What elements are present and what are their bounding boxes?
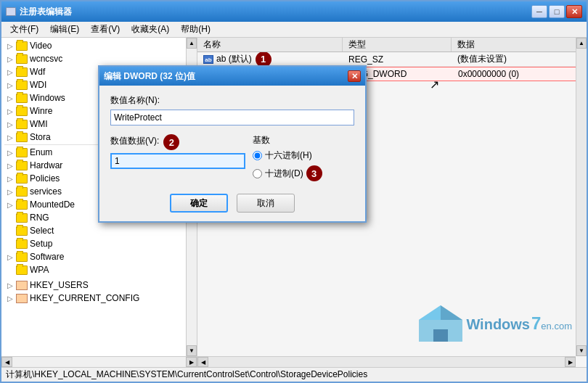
folder-icon-hkey-current-config	[16, 294, 28, 303]
col-header-data: 数据	[452, 38, 587, 52]
menu-help[interactable]: 帮助(H)	[175, 22, 216, 37]
tree-label-wdi: WDI	[30, 80, 46, 90]
radio-dec-label: 十进制(D)	[265, 168, 303, 180]
folder-icon-wpa	[16, 265, 28, 275]
expander-wcncsvc[interactable]: ▷	[4, 53, 16, 65]
dialog-cancel-button[interactable]: 取消	[237, 194, 295, 213]
expander-wpa[interactable]	[4, 264, 16, 276]
dialog-value-input[interactable]	[110, 153, 245, 169]
expander-hkey-users[interactable]: ▷	[4, 279, 16, 291]
tree-label-select: Select	[30, 226, 54, 236]
hscroll-left[interactable]: ◀	[1, 357, 12, 367]
dialog-title-text: 编辑 DWORD (32 位)值	[104, 70, 348, 83]
right-hscroll-right[interactable]: ▶	[565, 357, 576, 367]
app-icon	[6, 7, 16, 16]
folder-icon-hkey-users	[16, 281, 28, 290]
icon-sz-default: ab	[203, 55, 213, 64]
tree-label-winre: Winre	[30, 106, 52, 116]
right-vscroll-down[interactable]: ▼	[576, 345, 587, 356]
expander-wmi[interactable]: ▷	[4, 118, 16, 130]
expander-wdi[interactable]: ▷	[4, 79, 16, 91]
menu-view[interactable]: 查看(V)	[85, 22, 126, 37]
title-bar: 注册表编辑器 ─ □ ✕	[1, 1, 587, 22]
expander-hkey-current-config[interactable]: ▷	[4, 292, 16, 304]
expander-video[interactable]: ▷	[4, 40, 16, 52]
svg-marker-2	[441, 305, 462, 320]
tree-label-windows: Windows	[30, 93, 65, 103]
expander-stora[interactable]: ▷	[4, 131, 16, 143]
expander-rng[interactable]	[4, 212, 16, 223]
windows7-brand: Windows	[466, 316, 530, 333]
expander-wdf[interactable]: ▷	[4, 66, 16, 78]
expander-hardware[interactable]: ▷	[4, 160, 16, 171]
cell-type-default: REG_SZ	[343, 54, 452, 65]
hscroll-right[interactable]: ▶	[186, 357, 197, 367]
status-bar: 计算机\HKEY_LOCAL_MACHINE\SYSTEM\CurrentCon…	[1, 367, 587, 382]
windows7-watermark: Windows 7 en .com	[415, 302, 572, 345]
minimize-button[interactable]: ─	[531, 5, 547, 18]
tree-item-setup[interactable]: Setup	[3, 237, 195, 250]
expander-windows[interactable]: ▷	[4, 92, 16, 104]
dialog-value-label-row: 数值数据(V): 2	[110, 134, 245, 150]
tree-item-hkey-users[interactable]: ▷ HKEY_USERS	[3, 279, 195, 292]
menu-edit[interactable]: 编辑(E)	[44, 22, 85, 37]
tree-label-wmi: WMI	[30, 119, 48, 129]
radio-dec-option[interactable]: 十进制(D) 3	[253, 165, 354, 181]
expander-enum[interactable]: ▷	[4, 147, 16, 158]
dialog-ok-button[interactable]: 确定	[170, 194, 228, 213]
tree-item-software[interactable]: ▷ Software	[3, 250, 195, 263]
dialog-title-bar: 编辑 DWORD (32 位)值 ✕	[99, 67, 365, 86]
expander-winre[interactable]: ▷	[4, 105, 16, 117]
close-button[interactable]: ✕	[566, 5, 582, 18]
expander-setup[interactable]	[4, 238, 16, 250]
folder-icon-rng	[16, 213, 28, 223]
tree-item-video[interactable]: ▷ Video	[3, 39, 195, 52]
windows7-title-line: Windows 7 en .com	[466, 313, 572, 334]
dialog-value-section: 数值数据(V): 2	[110, 134, 245, 185]
dialog-value-label: 数值数据(V):	[110, 135, 159, 147]
maximize-button[interactable]: □	[549, 5, 565, 18]
tree-item-select[interactable]: Select	[3, 224, 195, 237]
tree-item-wpa[interactable]: WPA	[3, 263, 195, 276]
tree-label-stora: Stora	[30, 132, 51, 142]
expander-policies[interactable]: ▷	[4, 173, 16, 184]
expander-mountedde[interactable]: ▷	[4, 199, 16, 210]
right-vscroll-up[interactable]: ▲	[576, 38, 587, 49]
window-title: 注册表编辑器	[20, 6, 531, 18]
expander-software[interactable]: ▷	[4, 251, 16, 263]
table-header: 名称 类型 数据	[197, 38, 587, 52]
radio-hex[interactable]	[253, 151, 262, 160]
menu-bar: 文件(F) 编辑(E) 查看(V) 收藏夹(A) 帮助(H)	[1, 22, 587, 38]
tree-item-wcncsvc[interactable]: ▷ wcncsvc	[3, 52, 195, 65]
dialog-body: 数值名称(N): 数值数据(V): 2 基数 十六进制(H) 十进制(D)	[99, 86, 365, 221]
radio-dec[interactable]	[253, 169, 262, 178]
folder-icon-setup	[16, 239, 28, 249]
folder-icon-wdi	[16, 81, 28, 90]
tree-hscroll[interactable]: ◀ ▶	[1, 356, 197, 367]
expander-services[interactable]: ▷	[4, 186, 16, 197]
status-text: 计算机\HKEY_LOCAL_MACHINE\SYSTEM\CurrentCon…	[6, 368, 367, 381]
tree-label-video: Video	[30, 41, 52, 51]
svg-marker-1	[419, 305, 441, 320]
right-hscroll-left[interactable]: ◀	[197, 357, 208, 367]
tree-label-wdf: Wdf	[30, 67, 45, 77]
menu-favorites[interactable]: 收藏夹(A)	[126, 22, 175, 37]
expander-select[interactable]	[4, 225, 16, 236]
folder-icon-winre	[16, 107, 28, 116]
vscroll-down[interactable]: ▼	[187, 345, 197, 356]
folder-icon-video	[16, 41, 28, 51]
right-hscroll[interactable]: ◀ ▶	[197, 356, 576, 367]
dialog-close-button[interactable]: ✕	[348, 70, 361, 82]
tree-label-wpa: WPA	[30, 265, 49, 275]
windows7-dotcom: .com	[552, 321, 572, 331]
vscroll-up[interactable]: ▲	[187, 38, 197, 49]
folder-icon-policies	[16, 174, 28, 184]
table-row-default[interactable]: ab ab (默认) 1 REG_SZ (数值未设置)	[197, 52, 587, 67]
tree-label-wcncsvc: wcncsvc	[30, 54, 62, 64]
menu-file[interactable]: 文件(F)	[4, 22, 44, 37]
tree-item-hkey-current-config[interactable]: ▷ HKEY_CURRENT_CONFIG	[3, 292, 195, 305]
right-vscroll[interactable]: ▲ ▼	[576, 38, 587, 356]
folder-icon-software	[16, 252, 28, 262]
radio-hex-option[interactable]: 十六进制(H)	[253, 149, 354, 162]
dialog-name-input[interactable]	[110, 110, 354, 125]
